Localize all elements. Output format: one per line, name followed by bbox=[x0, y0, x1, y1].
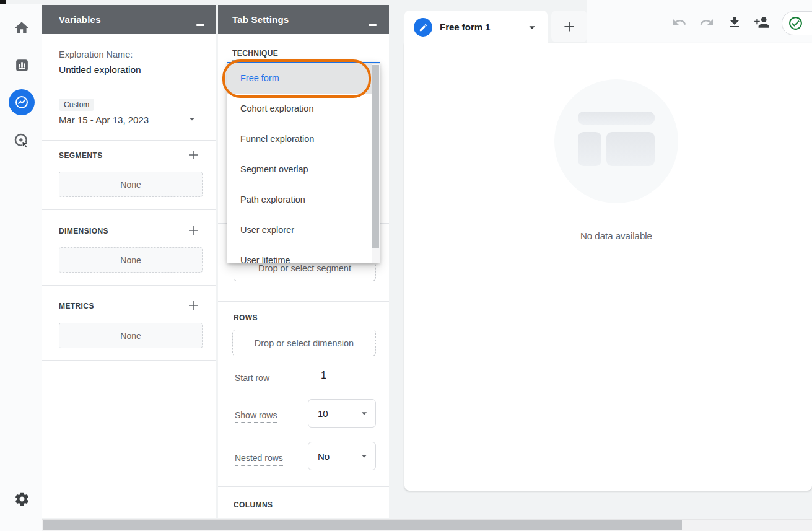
dimensions-none-box[interactable]: None bbox=[59, 247, 203, 273]
start-row-underline bbox=[308, 390, 373, 390]
panel-title: Variables bbox=[59, 14, 101, 25]
sidebar-item-home[interactable] bbox=[8, 14, 35, 42]
reports-bar-chart-icon bbox=[14, 58, 30, 73]
exploration-name-label: Exploration Name: bbox=[59, 50, 133, 59]
placeholder-block bbox=[578, 132, 601, 166]
divider bbox=[42, 360, 216, 361]
divider bbox=[42, 89, 216, 89]
sidebar-item-explore[interactable] bbox=[8, 89, 35, 116]
redo-button[interactable] bbox=[699, 15, 714, 30]
show-rows-label: Show rows bbox=[235, 410, 277, 423]
dropdown-caret-icon bbox=[808, 17, 812, 30]
chevron-down-icon bbox=[358, 407, 370, 419]
dimension-drop-label: Drop or select dimension bbox=[255, 338, 354, 348]
export-button[interactable] bbox=[727, 15, 742, 30]
segments-none-box[interactable]: None bbox=[59, 172, 203, 197]
sidebar-item-reports[interactable] bbox=[8, 51, 35, 79]
segments-none-label: None bbox=[120, 180, 141, 190]
new-tab-button[interactable] bbox=[551, 11, 587, 42]
start-row-input[interactable]: 1 bbox=[321, 370, 326, 381]
add-segment-button[interactable] bbox=[186, 147, 201, 162]
segments-label: SEGMENTS bbox=[59, 151, 103, 160]
show-rows-select[interactable]: 10 bbox=[308, 399, 376, 428]
panel-title: Tab Settings bbox=[232, 14, 289, 25]
dropdown-scrollbar-thumb[interactable] bbox=[372, 65, 379, 248]
undo-icon bbox=[672, 15, 687, 30]
minimize-variables-button[interactable] bbox=[196, 24, 204, 26]
status-button[interactable] bbox=[782, 11, 812, 35]
rows-label: ROWS bbox=[234, 314, 258, 322]
advertising-target-icon bbox=[13, 132, 30, 149]
tab-label: Free form 1 bbox=[440, 22, 491, 32]
chevron-down-icon bbox=[186, 113, 198, 125]
technique-label-wrap: TECHNIQUE bbox=[232, 47, 278, 58]
left-nav bbox=[0, 4, 42, 531]
columns-label: COLUMNS bbox=[234, 501, 273, 509]
share-button[interactable] bbox=[754, 14, 769, 29]
variables-panel: Variables Exploration Name: Untitled exp… bbox=[42, 5, 216, 518]
technique-option[interactable]: Path exploration bbox=[227, 185, 380, 215]
technique-listbox: Free formCohort explorationFunnel explor… bbox=[227, 63, 380, 263]
nested-rows-value: No bbox=[318, 451, 330, 462]
divider bbox=[42, 140, 216, 141]
add-metric-button[interactable] bbox=[186, 298, 201, 313]
nested-rows-label-wrap: Nested rows bbox=[235, 452, 283, 463]
date-badge: Custom bbox=[59, 99, 94, 111]
add-user-icon bbox=[754, 14, 769, 30]
metrics-none-box[interactable]: None bbox=[59, 323, 203, 348]
placeholder-bar bbox=[578, 112, 655, 125]
placeholder-block bbox=[606, 132, 655, 166]
show-rows-label-wrap: Show rows bbox=[235, 410, 277, 421]
divider bbox=[42, 285, 216, 286]
redo-icon bbox=[699, 15, 714, 30]
metrics-none-label: None bbox=[120, 331, 141, 341]
plus-icon bbox=[561, 19, 577, 35]
chevron-down-icon bbox=[358, 450, 370, 462]
divider bbox=[218, 301, 389, 302]
technique-option[interactable]: User explorer bbox=[227, 215, 380, 245]
tab-settings-panel-header: Tab Settings bbox=[218, 5, 389, 34]
empty-state-text: No data available bbox=[554, 230, 678, 241]
technique-option[interactable]: Funnel exploration bbox=[227, 124, 380, 154]
dimension-drop-zone[interactable]: Drop or select dimension bbox=[232, 330, 376, 356]
sidebar-item-admin[interactable] bbox=[8, 485, 35, 512]
chevron-down-icon bbox=[525, 20, 539, 34]
home-icon bbox=[14, 20, 30, 36]
technique-label: TECHNIQUE bbox=[232, 49, 278, 61]
check-circle-icon bbox=[788, 15, 803, 31]
variables-panel-header: Variables bbox=[42, 5, 216, 34]
ga-explorations-app: Variables Exploration Name: Untitled exp… bbox=[0, 0, 812, 531]
start-row-label: Start row bbox=[235, 373, 269, 383]
edit-pencil-icon bbox=[414, 18, 432, 37]
minimize-tab-settings-button[interactable] bbox=[369, 24, 377, 26]
technique-option[interactable]: Free form bbox=[227, 63, 380, 94]
technique-dropdown: Free formCohort explorationFunnel explor… bbox=[227, 62, 380, 263]
dimensions-label: DIMENSIONS bbox=[59, 227, 108, 235]
nested-rows-label: Nested rows bbox=[235, 453, 283, 466]
technique-option[interactable]: Segment overlap bbox=[227, 154, 380, 185]
sidebar-item-advertising[interactable] bbox=[8, 127, 35, 154]
horizontal-scrollbar-thumb[interactable] bbox=[43, 520, 682, 530]
segment-drop-label: Drop or select segment bbox=[258, 263, 351, 273]
settings-gear-icon bbox=[14, 491, 30, 507]
browser-artifact bbox=[0, 0, 6, 4]
add-dimension-button[interactable] bbox=[186, 223, 201, 238]
date-range-control[interactable]: Custom Mar 15 - Apr 13, 2023 bbox=[57, 94, 203, 139]
undo-button[interactable] bbox=[672, 15, 687, 30]
nested-rows-select[interactable]: No bbox=[308, 442, 376, 470]
technique-option[interactable]: User lifetime bbox=[227, 245, 380, 263]
metrics-label: METRICS bbox=[59, 302, 94, 310]
exploration-name-value[interactable]: Untitled exploration bbox=[59, 64, 141, 76]
explore-compass-icon bbox=[9, 89, 35, 115]
divider bbox=[218, 486, 389, 487]
show-rows-value: 10 bbox=[318, 408, 328, 419]
date-range-value: Mar 15 - Apr 13, 2023 bbox=[59, 115, 149, 125]
divider bbox=[42, 209, 216, 210]
dimensions-none-label: None bbox=[120, 255, 141, 265]
technique-option[interactable]: Cohort exploration bbox=[227, 94, 380, 124]
tab-free-form-1[interactable]: Free form 1 bbox=[404, 11, 548, 43]
download-icon bbox=[727, 15, 742, 30]
